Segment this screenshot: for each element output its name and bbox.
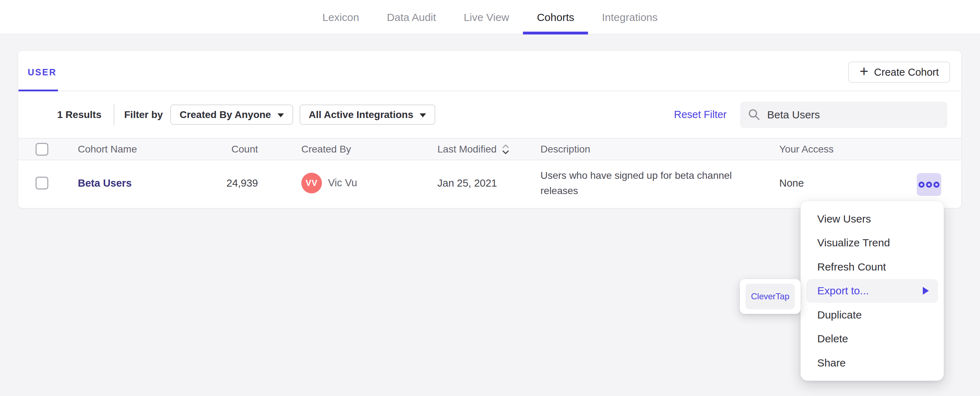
cohort-description: Users who have signed up for beta channe… — [541, 168, 757, 198]
panel-tab-user[interactable]: USER — [28, 67, 57, 78]
column-cohort-name: Cohort Name — [78, 144, 137, 155]
avatar: VV — [301, 173, 322, 193]
select-all-checkbox-cell — [35, 143, 48, 156]
cohort-count: 24,939 — [181, 177, 258, 189]
tab-integrations[interactable]: Integrations — [602, 0, 658, 35]
search-icon — [748, 109, 761, 121]
menu-item-delete[interactable]: Delete — [800, 327, 944, 351]
table-row: Beta Users 24,939 VV Vic Vu Jan 25, 2021… — [18, 160, 961, 206]
select-all-checkbox[interactable] — [35, 143, 48, 156]
tab-data-audit[interactable]: Data Audit — [387, 0, 436, 35]
tab-lexicon[interactable]: Lexicon — [322, 0, 359, 35]
create-cohort-button[interactable]: + Create Cohort — [848, 62, 950, 83]
integrations-dropdown[interactable]: All Active Integrations — [299, 104, 436, 125]
tab-live-view[interactable]: Live View — [464, 0, 509, 35]
create-cohort-label: Create Cohort — [874, 67, 939, 78]
column-last-modified[interactable]: Last Modified — [438, 143, 510, 155]
ellipsis-icon — [934, 182, 940, 188]
submenu-arrow-icon — [923, 287, 929, 295]
created-by-dropdown[interactable]: Created By Anyone — [170, 104, 293, 125]
menu-item-share[interactable]: Share — [800, 351, 944, 375]
column-last-modified-label: Last Modified — [438, 144, 497, 155]
top-navigation-bar: Lexicon Data Audit Live View Cohorts Int… — [0, 0, 980, 35]
results-count: 1 Results — [57, 109, 102, 120]
column-created-by: Created By — [301, 144, 351, 155]
chevron-down-icon — [420, 113, 426, 117]
main-nav: Lexicon Data Audit Live View Cohorts Int… — [322, 0, 658, 35]
filter-bar: 1 Results Filter by Created By Anyone Al… — [18, 91, 961, 138]
panel-tab-bar: USER + Create Cohort — [18, 51, 961, 91]
cohorts-panel: USER + Create Cohort 1 Results Filter by… — [18, 51, 961, 208]
column-description: Description — [541, 144, 590, 155]
created-by-dropdown-label: Created By Anyone — [180, 109, 271, 120]
reset-filter-link[interactable]: Reset Filter — [674, 109, 727, 120]
chevron-down-icon — [277, 113, 284, 117]
sort-icon — [501, 143, 510, 155]
created-by-cell: VV Vic Vu — [301, 173, 357, 193]
tab-cohorts[interactable]: Cohorts — [537, 0, 574, 35]
row-checkbox[interactable] — [35, 177, 48, 190]
filter-by-label: Filter by — [124, 109, 163, 120]
created-by-name: Vic Vu — [328, 177, 357, 189]
menu-item-export-to-label: Export to... — [817, 285, 869, 297]
integrations-dropdown-label: All Active Integrations — [309, 109, 414, 120]
row-actions-menu: View Users Visualize Trend Refresh Count… — [800, 201, 944, 381]
menu-item-duplicate[interactable]: Duplicate — [800, 303, 944, 327]
row-more-actions-button[interactable] — [917, 173, 941, 196]
plus-icon: + — [859, 64, 869, 79]
divider — [114, 104, 115, 125]
menu-item-visualize-trend[interactable]: Visualize Trend — [800, 231, 944, 255]
search-box — [740, 102, 947, 128]
menu-item-export-to[interactable]: Export to... — [806, 279, 938, 303]
ellipsis-icon — [918, 182, 924, 188]
submenu-item-clevertap[interactable]: CleverTap — [746, 284, 795, 309]
column-your-access: Your Access — [779, 144, 834, 155]
menu-item-view-users[interactable]: View Users — [800, 207, 944, 231]
menu-item-refresh-count[interactable]: Refresh Count — [800, 255, 944, 279]
search-input[interactable] — [767, 109, 940, 121]
last-modified-date: Jan 25, 2021 — [438, 177, 497, 189]
column-count: Count — [181, 144, 258, 155]
table-header: Cohort Name Count Created By Last Modifi… — [18, 138, 961, 160]
export-submenu: CleverTap — [740, 279, 800, 314]
row-checkbox-cell — [35, 177, 48, 190]
your-access-value: None — [779, 177, 804, 189]
cohort-name-link[interactable]: Beta Users — [78, 177, 132, 189]
ellipsis-icon — [926, 182, 932, 188]
